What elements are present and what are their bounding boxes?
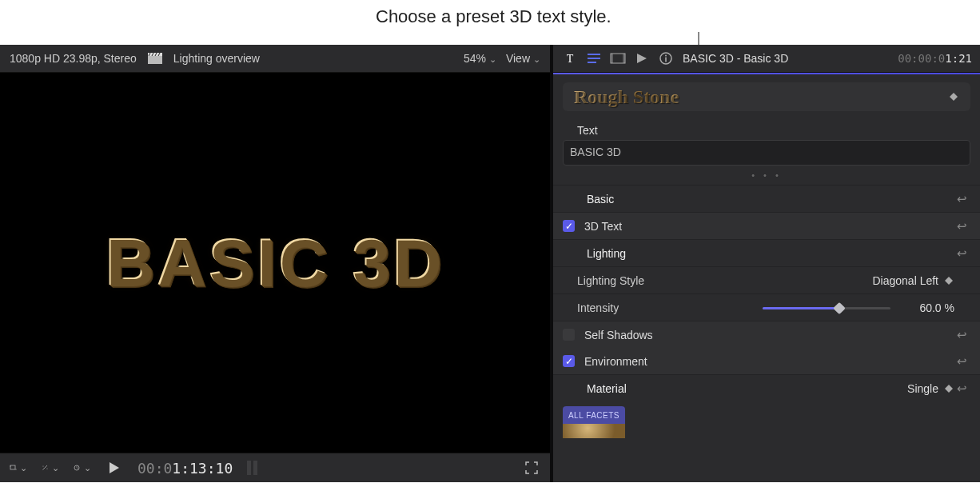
fullscreen-icon[interactable] <box>523 461 540 474</box>
intensity-row: Intensity 60.0 % ↩︎ <box>553 293 980 321</box>
preset-style-name: Rough Stone <box>574 86 679 108</box>
svg-marker-16 <box>110 462 119 473</box>
self-shadows-row[interactable]: Self Shadows ↩︎ <box>553 321 980 348</box>
enhance-tool-icon[interactable]: ⌄ <box>42 461 59 474</box>
stepper-icon <box>943 277 954 285</box>
video-inspector-tab-icon[interactable] <box>609 51 627 66</box>
environment-row[interactable]: Environment ↩︎ <box>553 348 980 374</box>
preset-style-popup[interactable]: Rough Stone <box>563 82 970 111</box>
canvas-3d-title[interactable]: BASIC 3D <box>106 224 444 301</box>
lighting-style-popup[interactable]: Diagonal Left <box>872 274 954 287</box>
facets-section: ALL FACETS <box>563 406 980 438</box>
crop-tool-icon[interactable]: ⌄ <box>10 461 27 474</box>
play-icon[interactable] <box>106 461 123 474</box>
svg-rect-23 <box>623 54 625 63</box>
reset-icon[interactable]: ↩︎ <box>954 192 969 206</box>
inspector-accent-line <box>553 73 980 74</box>
generator-inspector-tab-icon[interactable] <box>633 51 651 66</box>
material-swatch[interactable] <box>563 424 625 438</box>
inspector-timecode: 00:00:01:21 <box>898 52 972 65</box>
reset-icon[interactable]: ↩︎ <box>954 246 969 261</box>
viewer-header: 1080p HD 23.98p, Stereo Lighting overvie… <box>0 45 550 73</box>
format-info: 1080p HD 23.98p, Stereo <box>10 52 137 65</box>
text-section-label: Text <box>553 118 980 140</box>
all-facets-tab[interactable]: ALL FACETS <box>563 406 625 424</box>
drag-handle-dots-icon[interactable]: • • • <box>553 170 980 180</box>
svg-marker-24 <box>637 54 647 63</box>
svg-point-12 <box>47 469 48 469</box>
inspector-pane: T BASIC 3D - Basic 3D 00:00:01:21 <box>553 45 980 482</box>
three-d-text-checkbox[interactable] <box>563 220 575 232</box>
intensity-label: Intensity <box>563 301 737 314</box>
title-text-field[interactable]: BASIC 3D <box>563 140 970 166</box>
reset-icon[interactable]: ↩︎ <box>954 381 969 396</box>
svg-rect-22 <box>611 54 613 63</box>
stepper-icon <box>943 385 954 393</box>
svg-rect-27 <box>665 58 667 62</box>
viewer-pane: 1080p HD 23.98p, Stereo Lighting overvie… <box>0 45 550 482</box>
reset-icon[interactable]: ↩︎ <box>954 354 969 369</box>
retime-tool-icon[interactable]: ⌄ <box>74 461 91 474</box>
view-menu[interactable]: View⌄ <box>506 52 540 65</box>
callout-text: Choose a preset 3D text style. <box>376 6 612 27</box>
svg-rect-0 <box>148 56 162 64</box>
app-window: 1080p HD 23.98p, Stereo Lighting overvie… <box>0 45 980 482</box>
svg-text:T: T <box>567 53 574 65</box>
reset-icon[interactable]: ↩︎ <box>954 219 969 234</box>
intensity-value[interactable]: 60.0 % <box>898 301 954 314</box>
svg-point-11 <box>43 466 44 467</box>
svg-line-9 <box>43 466 47 470</box>
three-d-text-row[interactable]: 3D Text ↩︎ <box>553 212 980 239</box>
text-inspector-tab-icon[interactable]: T <box>561 51 579 66</box>
svg-point-10 <box>46 465 47 466</box>
svg-point-26 <box>665 55 667 57</box>
viewer-canvas[interactable]: BASIC 3D <box>0 73 550 453</box>
clapperboard-icon[interactable] <box>146 52 164 65</box>
inspector-header: T BASIC 3D - Basic 3D 00:00:01:21 <box>553 45 980 73</box>
viewer-timecode[interactable]: 00:01:13:10 <box>137 460 233 477</box>
viewer-footer: ⌄ ⌄ ⌄ 00:01:13:10 <box>0 453 550 482</box>
stepper-icon <box>948 93 959 101</box>
basic-group-header[interactable]: Basic ↩︎ <box>553 185 980 212</box>
self-shadows-checkbox[interactable] <box>563 329 575 341</box>
info-inspector-tab-icon[interactable] <box>657 51 675 66</box>
zoom-menu[interactable]: 54%⌄ <box>464 52 496 65</box>
reset-icon[interactable]: ↩︎ <box>954 328 969 342</box>
intensity-slider[interactable] <box>763 302 890 313</box>
svg-line-15 <box>77 468 78 469</box>
lighting-style-label: Lighting Style <box>563 274 737 287</box>
lighting-style-row: Lighting Style Diagonal Left ↩︎ <box>553 266 980 293</box>
lighting-group-header[interactable]: Lighting ↩︎ <box>553 239 980 266</box>
environment-checkbox[interactable] <box>563 355 575 367</box>
inspector-title: BASIC 3D - Basic 3D <box>683 52 890 65</box>
material-popup[interactable]: Single <box>907 382 954 395</box>
audio-meter <box>247 461 257 475</box>
paragraph-inspector-tab-icon[interactable] <box>585 51 603 66</box>
material-group-header[interactable]: Material Single ↩︎ <box>553 374 980 401</box>
clip-name[interactable]: Lighting overview <box>173 52 260 65</box>
